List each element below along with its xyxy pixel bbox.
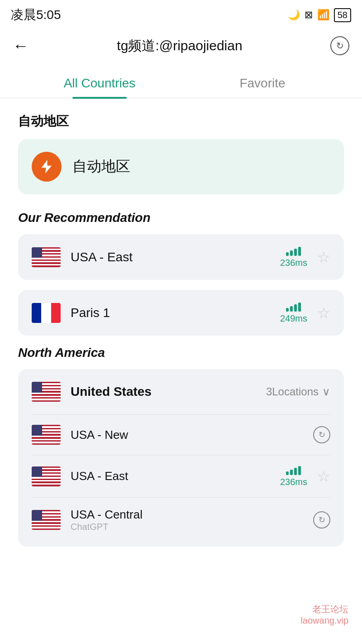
- locations-label-us: 3Locations: [266, 385, 319, 398]
- bar1: [286, 252, 289, 256]
- sub-server-name-usa-new: USA - New: [71, 428, 313, 442]
- wifi-icon: 📶: [317, 9, 329, 21]
- status-time: 凌晨5:05: [11, 6, 61, 24]
- signal-bars-usa-east-sub: [286, 465, 301, 475]
- tab-all-countries[interactable]: All Countries: [18, 67, 181, 98]
- server-name-usa-east-rec: USA - East: [71, 250, 280, 264]
- server-card-paris-1[interactable]: Paris 1 249ms ☆: [18, 290, 344, 336]
- sub-server-row-usa-central[interactable]: USA - Central ChatGPT ↻: [32, 497, 330, 542]
- bar2: [290, 306, 293, 312]
- signal-bars-paris: [286, 302, 301, 312]
- back-button[interactable]: ←: [13, 38, 29, 54]
- bar3: [294, 249, 297, 256]
- ping-paris-1: 249ms: [280, 313, 307, 324]
- ping-usa-east-sub: 236ms: [280, 477, 307, 487]
- close-box-icon: ⊠: [305, 9, 313, 21]
- server-meta-paris-1: 249ms ☆: [280, 302, 330, 324]
- signal-block-usa-east-sub: 236ms: [280, 465, 307, 487]
- status-bar: 凌晨5:05 🌙 ⊠ 📶 58: [0, 0, 362, 28]
- moon-icon: 🌙: [288, 9, 300, 21]
- bar3: [294, 304, 297, 312]
- tab-favorite[interactable]: Favorite: [181, 67, 344, 98]
- auto-region-title: 自动地区: [18, 113, 344, 130]
- bar4: [298, 247, 301, 256]
- server-meta-usa-east-rec: 236ms ☆: [280, 246, 330, 268]
- sub-server-name-usa-central: USA - Central: [71, 508, 313, 522]
- tabs-container: All Countries Favorite: [0, 67, 362, 98]
- signal-block: 236ms: [280, 246, 307, 268]
- bar2: [290, 250, 293, 256]
- refresh-button[interactable]: ↻: [330, 36, 349, 55]
- signal-block-paris: 249ms: [280, 302, 307, 324]
- favorite-star-usa-east-sub[interactable]: ☆: [317, 468, 330, 485]
- sub-server-name-usa-east: USA - East: [71, 469, 280, 483]
- flag-us: [32, 247, 61, 267]
- country-name-us: United States: [71, 384, 266, 399]
- server-name-paris-1: Paris 1: [71, 306, 280, 320]
- lightning-icon: [38, 159, 55, 175]
- server-meta-usa-east-sub: 236ms ☆: [280, 465, 330, 487]
- sub-server-info-central: USA - Central ChatGPT: [71, 508, 313, 532]
- bar1: [286, 308, 289, 312]
- header: ← tg频道:@ripaojiedian ↻: [0, 28, 362, 63]
- battery-indicator: 58: [334, 8, 351, 22]
- sub-server-sub-usa-central: ChatGPT: [71, 522, 313, 532]
- recommendation-title: Our Recommendation: [18, 211, 344, 225]
- bar3: [294, 468, 297, 475]
- flag-us-east: [32, 466, 61, 486]
- sub-server-row-usa-new[interactable]: USA - New ↻: [32, 414, 330, 455]
- favorite-star-usa-east-rec[interactable]: ☆: [317, 249, 330, 266]
- loading-icon-usa-new: ↻: [313, 426, 330, 443]
- signal-bars: [286, 246, 301, 256]
- watermark-line1: 老王论坛: [300, 603, 348, 615]
- flag-us-central: [32, 510, 61, 530]
- sub-servers-us: USA - New ↻ USA - East: [18, 414, 344, 547]
- sub-server-row-usa-east[interactable]: USA - East 236ms ☆: [32, 455, 330, 497]
- auto-region-icon: [32, 152, 62, 182]
- flag-us-country: [32, 382, 61, 402]
- auto-region-label: 自动地区: [72, 157, 130, 177]
- content-area: 自动地区 自动地区 Our Recommendation USA - East: [0, 98, 362, 571]
- bar4: [298, 466, 301, 475]
- flag-us-new: [32, 425, 61, 445]
- loading-icon-usa-central: ↻: [313, 511, 330, 529]
- bar2: [290, 470, 293, 475]
- server-card-usa-east-rec[interactable]: USA - East 236ms ☆: [18, 234, 344, 280]
- country-row-us[interactable]: United States 3Locations ∨: [18, 369, 344, 414]
- header-title: tg频道:@ripaojiedian: [29, 37, 330, 55]
- favorite-star-paris-1[interactable]: ☆: [317, 304, 330, 322]
- status-icons: 🌙 ⊠ 📶 58: [288, 8, 351, 22]
- bar4: [298, 303, 301, 312]
- north-america-title: North America: [18, 346, 344, 360]
- ping-usa-east-rec: 236ms: [280, 258, 307, 268]
- auto-region-card[interactable]: 自动地区: [18, 139, 344, 194]
- chevron-down-icon: ∨: [322, 385, 330, 398]
- watermark-line2: laowang.vip: [300, 615, 348, 626]
- watermark: 老王论坛 laowang.vip: [300, 603, 348, 626]
- flag-fr: [32, 303, 61, 323]
- bar1: [286, 471, 289, 475]
